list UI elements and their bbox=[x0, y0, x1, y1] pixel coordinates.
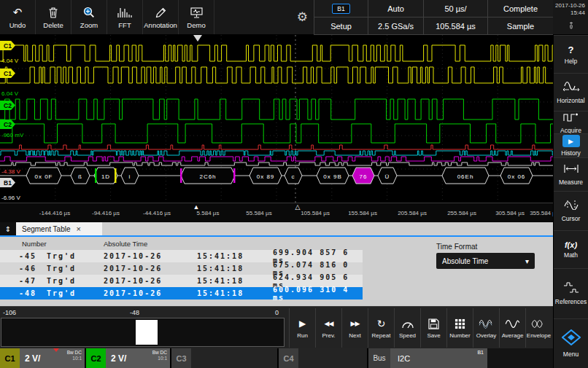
envelope-button[interactable]: Envelope bbox=[525, 308, 552, 348]
acquisition-mode-cell[interactable]: Sample bbox=[487, 17, 553, 35]
datetime-display: 2017-10-26 15:44 bbox=[553, 0, 588, 34]
help-label: Help bbox=[565, 58, 577, 65]
sample-rate-cell[interactable]: 2.5 GSa/s bbox=[368, 17, 423, 35]
settings-gear-button[interactable]: ⚙ bbox=[297, 9, 308, 25]
time-axis: ▲ △ -144.416 µs -94.416 µs -44.416 µs 5.… bbox=[0, 203, 553, 222]
sidebar-item-math[interactable]: f(x) Math bbox=[554, 230, 588, 268]
tab-label: Segment Table bbox=[22, 225, 71, 233]
cell-number: -48 bbox=[0, 289, 36, 297]
overlay-label: Overlay bbox=[476, 332, 497, 339]
acquisition-state-cell[interactable]: Complete bbox=[487, 0, 553, 17]
sidebar-item-cursor[interactable]: Cursor bbox=[554, 191, 588, 230]
sidebar-item-history[interactable]: ▶ History bbox=[554, 133, 588, 157]
channel-c1-settings[interactable]: 2 V/ Bw DC 10:1 bbox=[20, 348, 85, 368]
number-label: Number bbox=[449, 332, 470, 339]
acquire-icon bbox=[563, 111, 579, 125]
waveform-display[interactable]: 0x 0F ß 1D i 2C6h 0x 89 c 0x 9B 76 Ü 06E… bbox=[0, 35, 553, 222]
voltage-label: -960 mV bbox=[1, 132, 23, 138]
references-label: References bbox=[555, 298, 587, 305]
time-format-dropdown[interactable]: Absolute Time ▾ bbox=[436, 253, 535, 269]
slider-track[interactable] bbox=[1, 318, 285, 347]
timebase-cell[interactable]: 50 µs/ bbox=[423, 0, 487, 17]
undo-button[interactable]: ↶ Undo bbox=[0, 0, 36, 34]
run-label: Run bbox=[297, 332, 308, 339]
slider-handle[interactable] bbox=[136, 320, 158, 345]
time-label: 205.584 µs bbox=[398, 210, 427, 216]
annotation-button[interactable]: Annotation bbox=[143, 0, 179, 34]
right-sidebar: ? Help Horizontal Acquire ▶ History Meas… bbox=[553, 35, 588, 368]
probe-adjust-icon bbox=[568, 19, 575, 32]
channel-c2-settings[interactable]: 2 V/ Bw DC 10:1 bbox=[106, 348, 170, 368]
tab-close-icon[interactable]: × bbox=[77, 224, 81, 233]
average-button[interactable]: Average bbox=[499, 308, 525, 348]
channel-c3-settings[interactable] bbox=[191, 348, 277, 368]
c1-probe: 10:1 bbox=[72, 356, 82, 361]
number-icon bbox=[454, 317, 465, 330]
undo-icon: ↶ bbox=[13, 5, 23, 20]
sidebar-item-menu[interactable]: Menu bbox=[554, 318, 588, 368]
run-button[interactable]: ▶ Run bbox=[289, 308, 315, 348]
cell-date: 2017-10-26 bbox=[104, 265, 197, 273]
c1-coupling: Bw DC bbox=[67, 350, 82, 356]
panel-collapse-button[interactable]: ⇕ bbox=[0, 222, 16, 235]
overlay-button[interactable]: Overlay bbox=[473, 308, 499, 348]
channel-c2-tab[interactable]: C2 bbox=[86, 348, 106, 368]
channel-c4-settings[interactable] bbox=[298, 348, 367, 368]
cell-state: Trg'd bbox=[47, 289, 99, 297]
sidebar-item-references[interactable]: References bbox=[554, 268, 588, 318]
bus-decode-row: 0x 0F ß 1D i 2C6h 0x 89 c 0x 9B 76 Ü 06E… bbox=[26, 168, 533, 184]
bus-tab[interactable]: Bus bbox=[368, 348, 390, 368]
bus-settings[interactable]: I2C B1 bbox=[390, 348, 487, 368]
cell-number: -46 bbox=[0, 265, 36, 273]
chevron-down-icon: ▾ bbox=[525, 257, 529, 265]
reference-time-marker[interactable]: △ bbox=[295, 203, 301, 211]
channel-c1-tab[interactable]: C1 bbox=[0, 348, 20, 368]
repeat-label: Repeat bbox=[372, 332, 391, 339]
slider-min-label: -106 bbox=[3, 309, 16, 316]
zoom-icon bbox=[82, 5, 96, 20]
channel-c4-tab[interactable]: C4 bbox=[279, 348, 298, 368]
prev-button[interactable]: ◀◀ Prev. bbox=[315, 308, 341, 348]
voltage-label: -4.38 V bbox=[1, 168, 20, 175]
setup-cell[interactable]: Setup bbox=[314, 17, 368, 35]
prev-icon: ◀◀ bbox=[325, 317, 333, 330]
zoom-button[interactable]: Zoom bbox=[71, 0, 107, 34]
table-row-selected[interactable]: -48 Trg'd 2017-10-26 15:41:18 600.096 31… bbox=[0, 287, 363, 300]
column-absolute-time: Absolute Time bbox=[104, 240, 147, 248]
c2-coupling: Bw DC bbox=[152, 350, 167, 356]
delete-button[interactable]: Delete bbox=[36, 0, 71, 34]
repeat-icon: ↻ bbox=[377, 317, 386, 330]
top-toolbar: ↶ Undo Delete Zoom FFT Annotation Dem bbox=[0, 0, 588, 35]
speed-button[interactable]: Speed bbox=[394, 308, 420, 348]
sidebar-item-help[interactable]: ? Help bbox=[554, 35, 588, 73]
bus-b1-status-cell[interactable]: B1 bbox=[314, 0, 368, 17]
math-label: Math bbox=[564, 251, 578, 259]
fft-button[interactable]: FFT bbox=[107, 0, 143, 34]
trigger-mode-cell[interactable]: Auto bbox=[368, 0, 423, 17]
demo-button[interactable]: Demo bbox=[179, 0, 214, 34]
time-label: 155.584 µs bbox=[348, 210, 377, 216]
bus-value: 2C6h bbox=[199, 173, 216, 180]
cell-value: 600.096 310 4 ms bbox=[273, 286, 363, 302]
segment-table-tab[interactable]: Segment Table × bbox=[16, 222, 102, 235]
date-text: 2017-10-26 bbox=[555, 2, 585, 9]
waveform-canvas: 0x 0F ß 1D i 2C6h 0x 89 c 0x 9B 76 Ü 06E… bbox=[0, 35, 553, 222]
bus-value: 0x 89 bbox=[257, 173, 275, 180]
demo-label: Demo bbox=[187, 21, 205, 29]
sidebar-item-acquire[interactable]: Acquire bbox=[554, 111, 588, 133]
horizontal-icon bbox=[562, 81, 580, 95]
sidebar-item-measure[interactable]: Measure bbox=[554, 157, 588, 191]
sidebar-item-horizontal[interactable]: Horizontal bbox=[554, 73, 588, 111]
pencil-icon bbox=[155, 5, 167, 20]
time-format-value: Absolute Time bbox=[442, 257, 488, 265]
channel-c3-tab[interactable]: C3 bbox=[171, 348, 191, 368]
horizontal-position-cell[interactable]: 105.584 µs bbox=[423, 17, 487, 35]
save-button[interactable]: Save bbox=[420, 308, 446, 348]
next-button[interactable]: ▶▶ Next bbox=[341, 308, 368, 348]
repeat-button[interactable]: ↻ Repeat bbox=[368, 308, 394, 348]
time-label: 105.584 µs bbox=[301, 210, 330, 216]
number-button[interactable]: Number bbox=[446, 308, 473, 348]
cursor-icon bbox=[563, 200, 579, 213]
menu-label: Menu bbox=[563, 351, 579, 358]
trigger-position-marker[interactable] bbox=[193, 35, 202, 42]
